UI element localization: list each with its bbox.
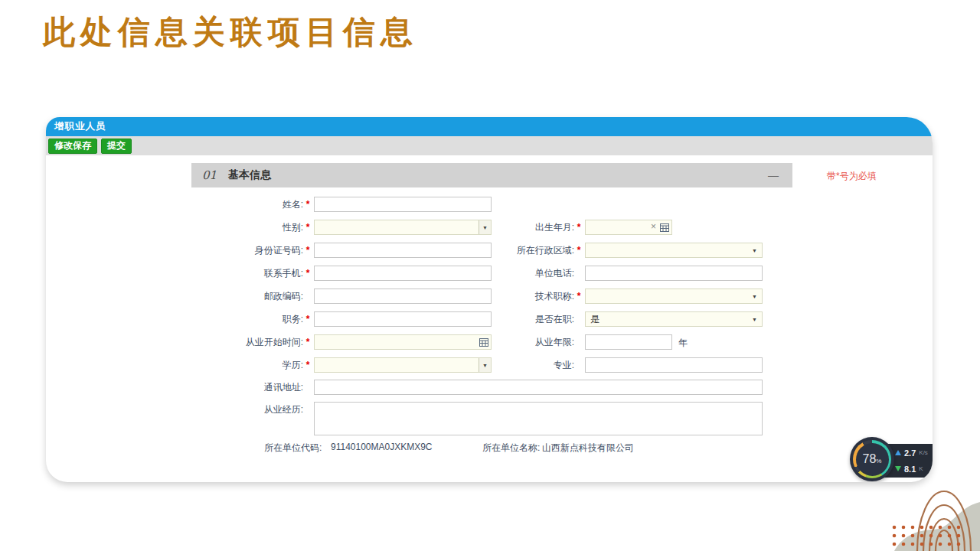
download-row: 8.1 K	[895, 461, 933, 477]
education-label: 学历:	[283, 359, 303, 372]
postcode-label-group: 邮政编码:	[182, 289, 312, 304]
required-star: *	[303, 314, 312, 324]
name-label: 姓名:	[283, 198, 303, 211]
form-row: 通讯地址:	[46, 380, 933, 395]
upload-arrow-icon	[895, 450, 901, 455]
postcode-label: 邮政编码:	[264, 290, 303, 303]
form-content: 01 基本信息 — 带*号为必填 姓名:* 性别:* ▼	[46, 155, 933, 482]
address-label: 通讯地址:	[264, 381, 303, 394]
education-label-group: 学历:*	[182, 357, 312, 373]
form-row: 联系手机:* 单位电话:	[46, 266, 933, 281]
birth-label: 出生年月:	[535, 221, 574, 234]
unit-phone-label-group: 单位电话:	[453, 266, 583, 281]
toolbar: 修改保存 提交	[46, 136, 933, 155]
tech-title-select[interactable]: ▼	[585, 289, 763, 304]
form-row: 身份证号码:* 所在行政区域:* ▼	[46, 243, 933, 258]
major-label: 专业:	[554, 359, 574, 372]
unit-name-label: 所在单位名称:	[482, 442, 540, 455]
page-title: 此处信息关联项目信息	[43, 11, 418, 54]
position-label-group: 职务:*	[182, 311, 312, 327]
required-star: *	[303, 199, 312, 210]
employed-label-group: 是否在职:	[453, 311, 583, 327]
mobile-label-group: 联系手机:*	[182, 266, 312, 281]
download-speed: 8.1	[904, 465, 916, 474]
start-time-label: 从业开始时间:	[246, 336, 303, 349]
form-row: 从业经历:	[46, 402, 933, 435]
form-row: 邮政编码: 技术职称:* ▼	[46, 289, 933, 304]
window-title: 增职业人员	[46, 117, 106, 136]
birth-date-input[interactable]: ×	[585, 220, 672, 235]
slide: 此处信息关联项目信息 增职业人员 修改保存 提交 01 基本信息 — 带*号为必…	[0, 0, 980, 551]
employed-label: 是否在职:	[535, 313, 574, 326]
window-titlebar: 增职业人员	[46, 117, 933, 136]
unit-code-label: 所在单位代码:	[264, 442, 322, 455]
form-row: 性别:* ▼ 出生年月:* ×	[46, 220, 933, 235]
position-label: 职务:	[283, 313, 303, 326]
section-title: 基本信息	[228, 168, 271, 182]
progress-ring: 78 %	[853, 440, 891, 478]
clear-icon[interactable]: ×	[651, 221, 656, 232]
address-label-group: 通讯地址:	[182, 380, 312, 395]
id-number-label: 身份证号码:	[255, 244, 303, 257]
unit-phone-input[interactable]	[585, 266, 763, 281]
years-input[interactable]	[585, 334, 672, 350]
required-star: *	[574, 291, 583, 302]
birth-label-group: 出生年月:*	[453, 220, 583, 235]
region-label: 所在行政区域:	[517, 244, 574, 257]
upload-unit: K/s	[919, 449, 928, 456]
tech-title-label-group: 技术职称:*	[453, 289, 583, 304]
years-suffix: 年	[678, 337, 688, 350]
collapse-icon[interactable]: —	[768, 169, 779, 181]
employed-select[interactable]: 是 ▼	[585, 311, 763, 327]
chevron-down-icon: ▼	[752, 248, 757, 253]
region-select[interactable]: ▼	[585, 243, 763, 258]
gray-blob-shape	[894, 502, 980, 551]
required-note: 带*号为必填	[827, 170, 877, 183]
name-input[interactable]	[314, 197, 492, 212]
unit-code-value: 91140100MA0JXKMX9C	[331, 442, 433, 452]
upload-speed: 2.7	[904, 448, 916, 458]
corner-decoration	[873, 482, 980, 551]
years-label-group: 从业年限:	[453, 334, 583, 350]
major-input[interactable]	[585, 357, 763, 373]
section-number: 01	[202, 168, 217, 182]
form-row: 学历:* ▼ 专业:	[46, 357, 933, 373]
upload-row: 2.7 K/s	[895, 445, 933, 461]
required-star: *	[574, 245, 583, 256]
download-arrow-icon	[895, 466, 901, 471]
mobile-label: 联系手机:	[264, 267, 303, 280]
download-unit: K	[919, 465, 923, 472]
years-label: 从业年限:	[535, 336, 574, 349]
save-button[interactable]: 修改保存	[48, 139, 97, 154]
memory-percent-ball[interactable]: 78 %	[850, 437, 894, 481]
chevron-down-icon: ▼	[752, 317, 757, 322]
percent-sign: %	[876, 458, 881, 465]
required-star: *	[303, 337, 312, 347]
chevron-down-icon: ▼	[752, 294, 757, 299]
required-star: *	[574, 222, 583, 233]
select-value: 是	[589, 313, 599, 326]
gender-label-group: 性别:*	[182, 220, 312, 235]
name-label-group: 姓名:*	[182, 197, 312, 212]
start-time-label-group: 从业开始时间:*	[182, 334, 312, 350]
address-input[interactable]	[314, 380, 763, 395]
form-row: 从业开始时间:* 从业年限: 年	[46, 334, 933, 350]
tech-title-label: 技术职称:	[535, 290, 574, 303]
required-star: *	[303, 245, 312, 256]
percent-core: 78 %	[856, 443, 889, 476]
app-window: 增职业人员 修改保存 提交 01 基本信息 — 带*号为必填 姓名:*	[46, 117, 933, 482]
gender-label: 性别:	[283, 221, 303, 234]
experience-textarea[interactable]	[314, 402, 763, 435]
required-star: *	[303, 222, 312, 233]
required-star: *	[303, 360, 312, 370]
calendar-icon[interactable]	[660, 223, 669, 232]
percent-value: 78	[863, 452, 877, 466]
experience-label-group: 从业经历:	[182, 402, 312, 417]
form-row: 职务:* 是否在职: 是 ▼	[46, 311, 933, 327]
major-label-group: 专业:	[453, 357, 583, 373]
section-header: 01 基本信息 —	[191, 163, 792, 187]
submit-button[interactable]: 提交	[101, 139, 132, 154]
experience-label: 从业经历:	[264, 403, 303, 416]
region-label-group: 所在行政区域:*	[453, 243, 583, 258]
unit-phone-label: 单位电话:	[535, 267, 574, 280]
